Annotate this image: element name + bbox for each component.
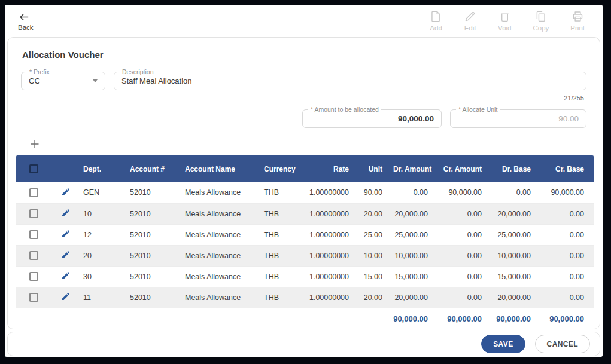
print-button[interactable]: Print [570, 10, 585, 32]
row-checkbox[interactable] [29, 209, 38, 218]
toolbar-actions: Add Edit Void [430, 10, 585, 32]
cell-rate: 1.00000000 [301, 182, 356, 203]
edit-row-icon[interactable] [61, 250, 71, 259]
char-counter: 21/255 [15, 94, 584, 102]
cell-dr-base: 25,000.00 [489, 224, 538, 245]
row-checkbox[interactable] [29, 230, 38, 239]
void-button[interactable]: Void [498, 10, 511, 32]
select-all-cell [16, 155, 51, 182]
cell-currency: THB [262, 266, 301, 287]
description-input[interactable] [121, 77, 579, 85]
cell-unit: 20.00 [356, 287, 390, 308]
edit-button[interactable]: Edit [464, 10, 476, 32]
cell-dept: 30 [81, 266, 127, 287]
cell-rate: 1.00000000 [301, 245, 356, 266]
prefix-value: CC [29, 77, 40, 85]
cell-unit: 20.00 [356, 203, 390, 224]
cell-cr-base: 0.00 [538, 224, 594, 245]
add-line-button[interactable] [29, 138, 41, 150]
back-arrow-icon [18, 11, 30, 23]
plus-icon [29, 139, 40, 149]
total-cr-amount: 90,000.00 [435, 308, 489, 329]
print-label: Print [570, 25, 585, 32]
cell-rate: 1.00000000 [301, 287, 356, 308]
cell-currency: THB [262, 245, 301, 266]
cell-currency: THB [262, 203, 301, 224]
row-checkbox[interactable] [29, 293, 38, 302]
select-all-checkbox[interactable] [29, 164, 38, 173]
row-checkbox[interactable] [29, 251, 38, 260]
cell-account: 52010 [127, 182, 183, 203]
row-edit-cell [51, 224, 81, 245]
cell-cr-base: 90,000.00 [538, 182, 594, 203]
prefix-label: * Prefix [27, 68, 52, 75]
row-select-cell [16, 224, 51, 245]
cell-account-name: Meals Allowance [183, 245, 262, 266]
pencil-icon [464, 10, 476, 23]
amount-fields-row: * Amount to be allocated * Allocate Unit [15, 109, 592, 128]
cell-rate: 1.00000000 [301, 224, 356, 245]
amount-field: * Amount to be allocated [302, 109, 442, 128]
row-edit-cell [51, 287, 81, 308]
row-checkbox[interactable] [29, 188, 38, 197]
cell-account: 52010 [127, 203, 183, 224]
cancel-button[interactable]: CANCEL [535, 335, 590, 353]
save-button[interactable]: SAVE [481, 335, 525, 353]
edit-row-icon[interactable] [61, 208, 71, 218]
cell-dr-base: 10,000.00 [489, 245, 538, 266]
cell-account: 52010 [127, 245, 183, 266]
edit-row-icon[interactable] [61, 292, 71, 301]
row-edit-cell [51, 182, 81, 203]
cell-currency: THB [262, 224, 301, 245]
row-select-cell [16, 266, 51, 287]
total-dr-amount: 90,000.00 [390, 308, 435, 329]
edit-column-header [51, 155, 81, 182]
row-select-cell [16, 245, 51, 266]
cell-account-name: Meals Allowance [183, 182, 262, 203]
back-button[interactable]: Back [18, 11, 34, 31]
edit-row-icon[interactable] [61, 271, 71, 280]
cell-cr-amount: 0.00 [435, 287, 489, 308]
cell-dept: 12 [81, 224, 127, 245]
total-cr-base: 90,000.00 [538, 308, 594, 329]
copy-label: Copy [533, 25, 549, 32]
row-edit-cell [51, 245, 81, 266]
col-header-rate: Rate [301, 155, 356, 182]
row-checkbox[interactable] [29, 272, 38, 281]
cell-cr-amount: 0.00 [435, 203, 489, 224]
col-header-cr-amount: Cr. Amount [435, 155, 489, 182]
total-dr-base: 90,000.00 [489, 308, 538, 329]
table-row: 3052010Meals AllowanceTHB1.0000000015.00… [16, 266, 594, 287]
cell-currency: THB [262, 182, 301, 203]
col-header-cr-base: Cr. Base [538, 155, 594, 182]
table-row: 1152010Meals AllowanceTHB1.0000000020.00… [16, 287, 594, 308]
prefix-select[interactable]: * Prefix CC [21, 72, 105, 90]
cell-dr-base: 20,000.00 [489, 287, 538, 308]
cell-dr-amount: 20,000.00 [390, 203, 435, 224]
page-title: Allocation Voucher [22, 50, 592, 60]
cell-cr-amount: 0.00 [435, 266, 489, 287]
copy-button[interactable]: Copy [533, 10, 549, 32]
cell-dr-amount: 25,000.00 [390, 224, 435, 245]
cell-unit: 10.00 [356, 245, 390, 266]
edit-label: Edit [464, 25, 476, 32]
col-header-unit: Unit [356, 155, 390, 182]
row-select-cell [16, 203, 51, 224]
cell-unit: 90.00 [356, 182, 390, 203]
totals-spacer [16, 308, 390, 329]
cell-cr-amount: 0.00 [435, 224, 489, 245]
add-button[interactable]: Add [430, 10, 442, 32]
table-body: GEN52010Meals AllowanceTHB1.0000000090.0… [16, 182, 594, 308]
edit-row-icon[interactable] [61, 229, 71, 238]
row-select-cell [16, 287, 51, 308]
cell-cr-base: 0.00 [538, 203, 594, 224]
edit-row-icon[interactable] [61, 187, 71, 197]
cell-currency: THB [262, 287, 301, 308]
col-header-account-name: Account Name [183, 155, 262, 182]
printer-icon [572, 10, 584, 23]
amount-input[interactable] [310, 114, 434, 123]
allocate-unit-input[interactable] [458, 114, 579, 123]
cell-dept: GEN [81, 182, 127, 203]
cell-cr-base: 0.00 [538, 245, 594, 266]
cell-cr-base: 0.00 [538, 287, 594, 308]
